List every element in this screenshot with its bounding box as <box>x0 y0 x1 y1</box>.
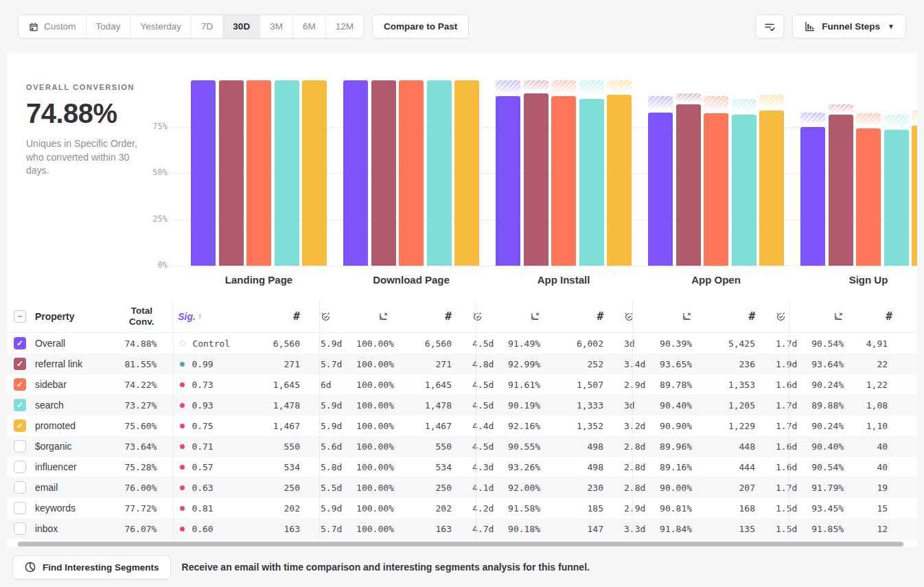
step-count: 1,22 <box>866 380 917 390</box>
funnel-dropoff-cap <box>496 80 520 96</box>
query-options-button[interactable] <box>755 14 784 38</box>
funnel-bar-promoted <box>607 95 632 266</box>
date-range-custom[interactable]: Custom <box>19 15 86 38</box>
step-avg-time: 2.9d <box>613 380 660 390</box>
date-range-label: 12M <box>336 21 354 32</box>
gridline <box>172 266 917 266</box>
bar-chart-icon <box>804 21 816 32</box>
find-interesting-segments-button[interactable]: Find Interesting Segments <box>12 555 171 579</box>
significance-dot <box>180 527 185 531</box>
step-conversion-pct: 100.00% <box>356 462 411 472</box>
date-range-yesterday[interactable]: Yesterday <box>131 15 192 38</box>
funnel-bar-search <box>732 115 756 266</box>
funnel-step-label: App Install <box>487 274 640 286</box>
step-count: 1,467 <box>254 421 310 431</box>
step-count: 19 <box>866 483 917 493</box>
property-checkbox[interactable] <box>14 440 26 452</box>
date-range-7d[interactable]: 7D <box>192 15 223 38</box>
step-count: 5,425 <box>714 338 765 349</box>
step-avg-time: 3d <box>613 338 660 349</box>
significance-cell: 0.71 <box>168 441 254 452</box>
date-range-3m[interactable]: 3M <box>260 15 293 38</box>
select-all-checkbox[interactable]: − <box>14 310 26 323</box>
step-conversion-pct: 100.00% <box>356 421 411 431</box>
total-conv-header-line1: Total <box>121 306 162 316</box>
significance-value: 0.75 <box>192 421 213 431</box>
property-checkbox[interactable]: ✓ <box>14 399 26 411</box>
funnel-dropoff-cap <box>607 80 632 95</box>
time-column-header <box>613 311 660 321</box>
funnel-steps-button[interactable]: Funnel Steps ▼ <box>792 14 906 38</box>
horizontal-scrollbar[interactable] <box>18 542 903 546</box>
significance-dot <box>180 362 185 367</box>
funnel-dropoff-cap <box>829 104 853 115</box>
step-conversion-pct: 90.39% <box>660 338 714 349</box>
significance-dot <box>180 403 185 408</box>
property-name: search <box>35 400 121 411</box>
date-range-6m[interactable]: 6M <box>293 15 326 38</box>
compare-to-past-button[interactable]: Compare to Past <box>372 14 469 38</box>
funnel-step-label: Download Page <box>335 274 487 286</box>
sig-header-label: Sig. <box>178 311 196 322</box>
step-count: 498 <box>562 462 613 472</box>
funnel-bar-promoted <box>912 126 917 266</box>
significance-cell: 0.81 <box>168 503 254 514</box>
step-conversion-pct: 93.26% <box>508 462 562 472</box>
step-conversion-pct: 90.40% <box>811 441 866 452</box>
significance-cell: 0.75 <box>168 421 254 431</box>
step-conversion-pct: 90.40% <box>660 400 714 411</box>
step-avg-time: 4.7d <box>461 524 508 534</box>
funnel-bar-chart: 75%50%25%0% <box>7 80 917 266</box>
count-column-header: # <box>866 310 917 323</box>
count-column-header: # <box>254 310 310 323</box>
property-name: influencer <box>35 461 121 472</box>
table-row: ✓Overall74.88%Control6,5605.9d100.00%6,5… <box>7 333 917 354</box>
calendar-icon <box>28 21 39 32</box>
step-avg-time: 3d <box>613 400 660 411</box>
step-count: 1,645 <box>411 380 461 390</box>
step-avg-time: 5.9d <box>310 338 356 349</box>
step-conversion-pct: 100.00% <box>356 503 411 514</box>
funnel-bar-referral-link <box>524 93 548 266</box>
total-conv-header-line2: Conv. <box>121 316 162 327</box>
step-avg-time: 4.5d <box>461 400 508 411</box>
property-checkbox[interactable] <box>14 522 26 535</box>
date-range-label: Today <box>96 21 121 32</box>
date-range-today[interactable]: Today <box>86 15 131 38</box>
step-conversion-pct: 100.00% <box>356 400 411 411</box>
property-checkbox[interactable]: ✓ <box>14 378 26 391</box>
y-axis-tick: 75% <box>135 122 168 131</box>
row-checkbox-cell <box>7 522 35 535</box>
step-conversion-pct: 100.00% <box>356 338 411 349</box>
funnel-bar-promoted <box>759 111 784 266</box>
date-range-12m[interactable]: 12M <box>326 15 363 38</box>
funnel-step-label: Landing Page <box>183 274 335 286</box>
property-checkbox[interactable]: ✓ <box>14 419 26 432</box>
step-count: 207 <box>714 483 765 493</box>
significance-value: 0.57 <box>192 462 213 472</box>
count-column-header: # <box>714 310 765 323</box>
step-avg-time: 4.4d <box>461 421 508 431</box>
property-checkbox[interactable]: ✓ <box>14 358 26 370</box>
date-range-label: 30D <box>233 21 250 32</box>
property-checkbox[interactable]: ✓ <box>14 337 26 349</box>
sig-column-header[interactable]: Sig.↑ <box>168 311 254 322</box>
step-count: 534 <box>411 462 461 472</box>
significance-value: 0.81 <box>192 503 213 514</box>
significance-cell: 0.63 <box>168 483 254 493</box>
date-range-30d[interactable]: 30D <box>223 15 260 38</box>
property-checkbox[interactable] <box>14 502 26 514</box>
step-count: 40 <box>866 441 917 452</box>
y-axis-tick: 25% <box>135 214 168 224</box>
funnel-dropoff-cap <box>551 80 576 96</box>
significance-dot <box>180 465 185 470</box>
step-avg-time: 4.5d <box>461 441 508 452</box>
table-row: ✓search73.27%0.931,4785.9d100.00%1,4784.… <box>7 395 917 415</box>
step-count: 250 <box>411 483 461 493</box>
property-checkbox[interactable] <box>14 481 26 494</box>
property-checkbox[interactable] <box>14 461 26 473</box>
property-name: promoted <box>35 420 121 431</box>
step-avg-time: 5.9d <box>310 503 356 514</box>
step-conversion-pct: 90.81% <box>660 503 714 514</box>
step-avg-time: 6d <box>310 380 356 390</box>
